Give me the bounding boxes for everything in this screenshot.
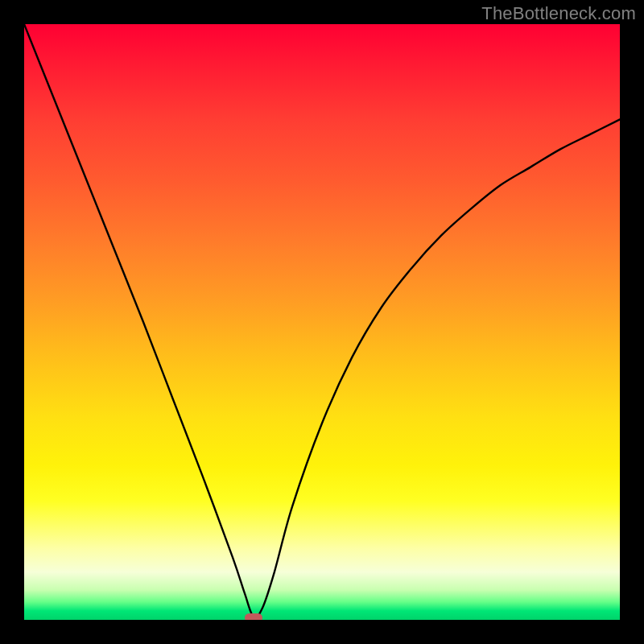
bottleneck-curve [24,24,620,617]
chart-frame: TheBottleneck.com [0,0,644,644]
minimum-marker [245,613,262,620]
plot-area [24,24,620,620]
watermark-text: TheBottleneck.com [481,3,636,24]
curve-layer [24,24,620,620]
